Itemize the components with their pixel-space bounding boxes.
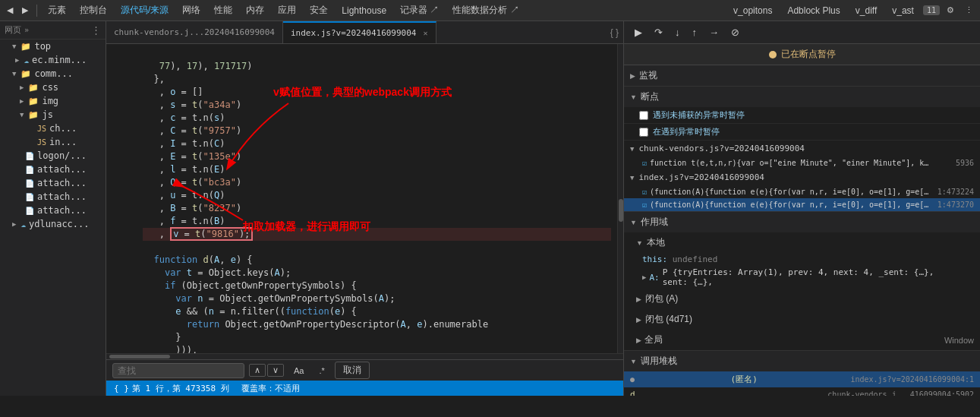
sidebar-item-label: attach... (37, 164, 87, 175)
tab-close-button[interactable]: ✕ (424, 29, 428, 37)
search-input-wrap (112, 363, 244, 378)
sidebar-item-logon[interactable]: 📄 logon/... (0, 149, 106, 163)
menu-lighthouse[interactable]: Lighthouse (336, 3, 392, 18)
horizontal-scrollbar[interactable] (106, 353, 623, 359)
file-icon: 📄 (25, 152, 34, 160)
bp-entry-index-2[interactable]: ☑ (function(A){function e(e){for(var n,r… (624, 198, 980, 211)
sidebar-item-label: ec.minm... (32, 55, 87, 65)
code-line: return Object.getOwnPropertyDescriptor(A… (143, 319, 488, 330)
format-button[interactable]: { } (610, 27, 619, 38)
sidebar-item-attach3[interactable]: 📄 attach... (0, 190, 106, 204)
caught-checkbox[interactable] (639, 128, 648, 137)
paused-banner: 已在断点暂停 (624, 44, 980, 65)
deactivate-button[interactable]: ⊘ (726, 25, 744, 39)
search-next-button[interactable]: ∨ (267, 364, 284, 377)
breakpoints-header[interactable]: ▼ 断点 (624, 87, 980, 107)
folder-icon: 📁 (28, 83, 39, 93)
callstack-header[interactable]: ▼ 调用堆栈 (624, 351, 980, 371)
menu-adblock[interactable]: Adblock Plus (781, 3, 846, 18)
main-layout: 网页 » ⋮ ▼ 📁 top ▶ ☁ ec.minm... ▼ 📁 comm..… (0, 21, 980, 396)
more-button[interactable]: ⋮ (961, 4, 977, 17)
sidebar-item-top[interactable]: ▼ 📁 top (0, 39, 106, 53)
code-line: , f = t.n(B) (143, 216, 225, 226)
breakpoints-label: 断点 (641, 90, 659, 103)
step-over-button[interactable]: ↷ (650, 25, 667, 39)
sidebar-item-comm[interactable]: ▼ 📁 comm... (0, 67, 106, 81)
debug-section-watch: ▶ 监视 (624, 65, 980, 87)
menu-vast[interactable]: v_ast (886, 3, 920, 18)
chevron-down-icon: ▼ (636, 239, 643, 247)
sidebar-item-img[interactable]: ▶ 📁 img (0, 94, 106, 108)
sidebar-item-ydlunacc[interactable]: ▶ ☁ ydlunacc... (0, 217, 106, 231)
chevron-down-icon: ▼ (630, 174, 634, 182)
sidebar-item-attach2[interactable]: 📄 attach... (0, 176, 106, 190)
forward-button[interactable]: ▶ (18, 4, 32, 17)
global-header[interactable]: ▶ 全局 Window (624, 330, 980, 350)
match-case-button[interactable]: Aa (288, 365, 309, 377)
menu-performance[interactable]: 性能 (208, 2, 238, 19)
cs-item-1[interactable]: d chunk-vendors.j...416099004:5902 (624, 387, 980, 396)
menu-voptions[interactable]: v_opitons (727, 3, 778, 18)
local-header[interactable]: ▼ 本地 (624, 232, 980, 253)
menu-application[interactable]: 应用 (272, 2, 302, 19)
debug-item-uncaught[interactable]: 遇到未捕获的异常时暂停 (624, 107, 980, 124)
scope-header[interactable]: ▼ 作用域 (624, 212, 980, 232)
chevron-down-icon: ▼ (12, 43, 16, 50)
menu-perf-insights[interactable]: 性能数据分析 ↗ (446, 2, 525, 19)
chevron-down-icon: ▼ (630, 219, 637, 226)
menu-security[interactable]: 安全 (304, 2, 334, 19)
tab-chunk-vendors[interactable]: chunk-vendors.j...20240416099004 (106, 21, 283, 44)
sidebar-more-btn[interactable]: ⋮ (91, 24, 101, 36)
closure-a-header[interactable]: ▶ 闭包 (A) (624, 289, 980, 309)
search-input[interactable] (118, 365, 239, 376)
debug-section-callstack: ▼ 调用堆栈 ● (匿名) index.js?v=20240416099004:… (624, 351, 980, 396)
regex-button[interactable]: .* (314, 365, 329, 377)
sidebar-item-attach4[interactable]: 📄 attach... (0, 204, 106, 217)
global-label: 全局 (644, 333, 663, 346)
sidebar-item-js[interactable]: ▼ 📁 js (0, 108, 106, 122)
sidebar-item-css[interactable]: ▶ 📁 css (0, 81, 106, 94)
step-into-button[interactable]: ↓ (670, 25, 685, 39)
cs-name-0: (匿名) (731, 374, 758, 385)
sidebar-item-ecminm[interactable]: ▶ ☁ ec.minm... (0, 53, 106, 67)
horizontal-scroll-thumb[interactable] (109, 355, 170, 359)
uncaught-checkbox[interactable] (639, 111, 648, 120)
closure-4d71-header[interactable]: ▶ 闭包 (4d71) (624, 309, 980, 330)
tab-indexjs[interactable]: index.js?v=20240416099004 ✕ (283, 21, 436, 44)
debug-item-caught[interactable]: 在遇到异常时暂停 (624, 124, 980, 141)
scroll-thumb[interactable] (619, 199, 623, 222)
sidebar-item-attach1[interactable]: 📄 attach... (0, 163, 106, 176)
sidebar-item-label: ch... (49, 123, 77, 134)
sidebar-item-in[interactable]: JS in... (0, 135, 106, 149)
bp-file-index[interactable]: ▼ index.js?v=20240416099004 (624, 169, 980, 185)
scroll-track[interactable] (617, 44, 623, 353)
scope-this-item: this: undefined (624, 253, 980, 266)
settings-button[interactable]: ⚙ (943, 4, 958, 17)
menu-recorder[interactable]: 记录器 ↗ (394, 2, 445, 19)
sidebar-item-ch[interactable]: JS ch... (0, 122, 106, 135)
back-button[interactable]: ◀ (3, 4, 17, 17)
bp-file-chunk[interactable]: ▼ chunk-vendors.js?v=20240416099004 (624, 141, 980, 156)
menu-vdiff[interactable]: v_diff (849, 3, 883, 18)
code-line: }, (143, 74, 165, 84)
menu-elements[interactable]: 元素 (42, 2, 72, 19)
bp-entry-chunk-1[interactable]: ☑ function t(e,t,n,r){var o=["eine Minut… (624, 156, 980, 169)
search-cancel-button[interactable]: 取消 (335, 362, 370, 379)
menu-sources[interactable]: 源代码/来源 (115, 2, 175, 19)
cs-item-0[interactable]: ● (匿名) index.js?v=20240416099004:1 (624, 371, 980, 387)
code-line: , I = t.n(C) (143, 138, 225, 149)
watch-header[interactable]: ▶ 监视 (624, 65, 980, 86)
bp-entry-index-1[interactable]: ☑ (function(A){function e(e){for(var n,r… (624, 185, 980, 198)
continue-button[interactable]: → (704, 25, 723, 39)
menu-memory[interactable]: 内存 (240, 2, 270, 19)
code-editor[interactable]: 77), 17), 171717) }, , o = [] , s = t("a… (106, 44, 623, 353)
code-content[interactable]: 77), 17), 171717) }, , o = [] , s = t("a… (137, 44, 617, 353)
step-out-button[interactable]: ↑ (688, 25, 702, 39)
scope-A-item[interactable]: ▶ A: P {tryEntries: Array(1), prev: 4, n… (624, 266, 980, 289)
search-prev-button[interactable]: ∧ (249, 364, 266, 377)
menu-console[interactable]: 控制台 (74, 2, 113, 19)
resume-button[interactable]: ▶ (630, 25, 647, 39)
status-bar: { } 第 1 行，第 473358 列 覆盖率：不适用 (106, 381, 623, 396)
closure-4d71-label: 闭包 (4d71) (645, 313, 692, 326)
menu-network[interactable]: 网络 (176, 2, 206, 19)
